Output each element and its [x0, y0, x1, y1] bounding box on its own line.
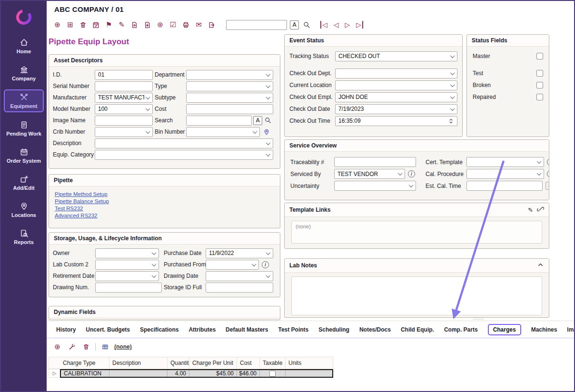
last-record-icon[interactable]: ▷: [356, 21, 363, 29]
type-dropdown[interactable]: [186, 81, 273, 91]
serial-number-field[interactable]: [95, 81, 153, 91]
email-icon[interactable]: ✉: [194, 20, 204, 30]
description-dropdown[interactable]: [95, 138, 273, 148]
purchase-date-dropdown[interactable]: 11/9/2022: [206, 248, 273, 258]
sidebar-item-equipment[interactable]: Equipment: [4, 89, 44, 112]
department-dropdown[interactable]: [186, 70, 273, 80]
uncertainty-dropdown[interactable]: [334, 181, 416, 191]
add-icon[interactable]: ⊕: [52, 342, 62, 352]
drawing-date-dropdown[interactable]: [206, 271, 273, 281]
col-quantity[interactable]: Quantity: [168, 357, 189, 369]
add-icon[interactable]: ⊕: [52, 20, 62, 30]
edit-icon[interactable]: ✎: [117, 20, 127, 30]
splitter-handle[interactable]: ∷∷∷: [473, 316, 484, 321]
drawing-num-field[interactable]: [95, 283, 162, 293]
bookmark-icon[interactable]: ⚑: [104, 20, 114, 30]
tab-uncert-budgets[interactable]: Uncert. Budgets: [86, 326, 130, 333]
col-units[interactable]: Units: [286, 357, 333, 369]
traceability-field[interactable]: [334, 157, 416, 167]
repaired-checkbox[interactable]: [536, 94, 543, 100]
lab-custom2-dropdown[interactable]: [95, 260, 159, 270]
cal-procedure-dropdown[interactable]: [466, 169, 544, 179]
cost-field[interactable]: [186, 104, 273, 114]
location-pin-icon[interactable]: [261, 127, 271, 137]
sidebar-item-reports[interactable]: Reports: [4, 226, 44, 248]
search-input[interactable]: [226, 20, 287, 30]
col-charge-per-unit[interactable]: Charge Per Unit: [189, 357, 237, 369]
tab-child-equip[interactable]: Child Equip.: [401, 326, 434, 333]
first-record-icon[interactable]: ◁: [320, 21, 327, 29]
export-icon[interactable]: [207, 20, 217, 30]
info-icon[interactable]: i: [262, 261, 269, 268]
print-icon[interactable]: [181, 20, 191, 30]
search-icon[interactable]: [263, 116, 273, 126]
tab-notes-docs[interactable]: Notes/Docs: [359, 326, 391, 333]
storage-id-field[interactable]: [206, 283, 273, 293]
font-toggle-button[interactable]: A: [253, 116, 262, 125]
current-location-dropdown[interactable]: [335, 80, 457, 90]
tab-machines[interactable]: Machines: [531, 326, 557, 333]
app-logo-icon[interactable]: [12, 6, 35, 29]
owner-dropdown[interactable]: [95, 248, 159, 258]
previous-record-icon[interactable]: ◁: [334, 21, 339, 29]
tab-images[interactable]: Images: [567, 326, 575, 333]
asset-search-field[interactable]: [186, 116, 252, 126]
web-icon[interactable]: ⊛: [155, 20, 165, 30]
grid-view-icon[interactable]: [100, 342, 110, 352]
grid-layout-none-link[interactable]: (none): [114, 343, 132, 350]
tracking-status-dropdown[interactable]: CHECKED OUT: [335, 51, 457, 61]
tab-default-masters[interactable]: Default Masters: [226, 326, 268, 333]
search-icon[interactable]: [302, 20, 312, 30]
table-row[interactable]: CALIBRATION 4.00 $45.00 $46.00: [60, 369, 333, 378]
more-button[interactable]: ...: [545, 182, 549, 190]
pipette-balance-setup-link[interactable]: Pipette Balance Setup: [55, 198, 280, 204]
sidebar-item-locations[interactable]: Locations: [4, 199, 44, 221]
sidebar-item-home[interactable]: Home: [4, 35, 44, 57]
equip-category-dropdown[interactable]: [95, 150, 273, 160]
sidebar-item-company[interactable]: Company: [4, 62, 44, 84]
lab-notes-content[interactable]: [291, 276, 542, 315]
taxable-checkbox[interactable]: [269, 371, 276, 377]
tab-test-points[interactable]: Test Points: [278, 326, 308, 333]
edit-tool-icon[interactable]: [67, 342, 77, 352]
tab-specifications[interactable]: Specifications: [140, 326, 178, 333]
image-name-field[interactable]: [95, 116, 153, 126]
spinner-arrows-icon[interactable]: [447, 118, 454, 125]
col-cost[interactable]: Cost: [237, 357, 260, 369]
col-taxable[interactable]: Taxable: [260, 357, 286, 369]
sidebar-item-order-system[interactable]: Order System: [4, 145, 44, 167]
pipette-method-setup-link[interactable]: Pipette Method Setup: [55, 191, 280, 197]
import-document-icon[interactable]: [142, 20, 152, 30]
edit-pencil-icon[interactable]: ✎: [528, 206, 533, 214]
check-out-dept-dropdown[interactable]: [335, 69, 457, 78]
next-record-icon[interactable]: ▷: [345, 21, 350, 29]
col-charge-type[interactable]: Charge Type: [60, 357, 109, 369]
id-field[interactable]: [95, 70, 153, 80]
subtype-dropdown[interactable]: [186, 93, 273, 103]
broken-checkbox[interactable]: [536, 82, 543, 88]
purchased-from-dropdown[interactable]: [206, 260, 259, 270]
tab-comp-parts[interactable]: Comp. Parts: [444, 326, 478, 333]
master-checkbox[interactable]: [536, 53, 543, 59]
tab-charges[interactable]: Charges: [488, 324, 521, 335]
checklist-icon[interactable]: ☑: [168, 20, 178, 30]
serviced-by-dropdown[interactable]: TEST VENDOR: [334, 169, 405, 179]
info-icon[interactable]: i: [547, 158, 549, 166]
tab-history[interactable]: History: [56, 326, 76, 333]
font-toggle-button[interactable]: A: [290, 20, 299, 29]
schedule-icon[interactable]: [91, 20, 101, 30]
tab-scheduling[interactable]: Scheduling: [318, 326, 349, 333]
retirement-date-dropdown[interactable]: [95, 271, 159, 281]
sidebar-item-add-edit[interactable]: Add/Edit: [4, 172, 44, 194]
model-number-dropdown[interactable]: 100: [95, 104, 153, 114]
check-out-empl-dropdown[interactable]: JOHN DOE: [335, 92, 457, 102]
crib-number-dropdown[interactable]: [95, 127, 153, 137]
advanced-rs232-link[interactable]: Advanced RS232: [55, 213, 280, 218]
collapse-chevron-icon[interactable]: [537, 261, 544, 270]
bin-number-dropdown[interactable]: [186, 127, 260, 137]
check-out-date-dropdown[interactable]: 7/19/2023: [335, 104, 457, 114]
test-rs232-link[interactable]: Test RS232: [55, 206, 280, 211]
copy-document-icon[interactable]: [129, 20, 139, 30]
info-icon[interactable]: i: [547, 170, 549, 177]
link-icon[interactable]: [537, 206, 544, 214]
